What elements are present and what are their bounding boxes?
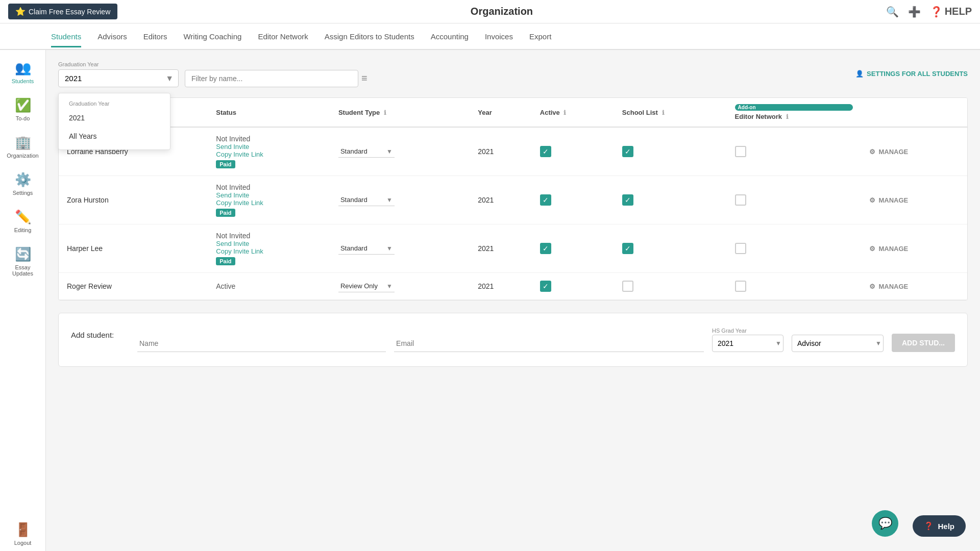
help-button-top[interactable]: ❓ HELP xyxy=(930,6,972,18)
school-list-checkbox[interactable]: ✓ xyxy=(622,194,633,206)
advisor-select[interactable]: Advisor xyxy=(792,335,884,352)
copy-invite-link[interactable]: Copy Invite Link xyxy=(216,247,322,255)
sidebar-item-settings[interactable]: ⚙️ Settings xyxy=(3,167,43,201)
sidebar-item-students[interactable]: 👥 Students xyxy=(3,55,43,89)
active-checkbox[interactable]: ✓ xyxy=(540,243,551,254)
add-student-button[interactable]: ADD STUD... xyxy=(892,334,955,352)
nav-item-students[interactable]: Students xyxy=(51,25,81,47)
add-student-form: Add student: HS Grad Year 2021 ▼ Advisor xyxy=(58,313,968,367)
school-list-checkbox[interactable]: ✓ xyxy=(622,146,633,157)
help-float-button[interactable]: ❓ Help xyxy=(913,515,966,537)
nav-item-advisors[interactable]: Advisors xyxy=(97,25,127,47)
manage-gear-icon: ⚙ xyxy=(869,148,875,156)
student-type-select[interactable]: Standard xyxy=(338,145,395,158)
settings-all-students-button[interactable]: 👤 SETTINGS FOR ALL STUDENTS xyxy=(855,70,968,78)
sidebar-label-students: Students xyxy=(12,78,34,84)
year-cell-3: 2021 xyxy=(470,273,532,300)
add-student-email-input[interactable] xyxy=(394,335,704,352)
filter-name-input[interactable] xyxy=(185,70,358,87)
addon-badge: Add-on xyxy=(735,104,853,111)
top-right-controls: 🔍 ➕ ❓ HELP xyxy=(886,6,972,18)
nav-item-writing-coaching[interactable]: Writing Coaching xyxy=(183,25,241,47)
nav-item-invoices[interactable]: Invoices xyxy=(485,25,513,47)
hs-grad-year-select[interactable]: 2021 xyxy=(712,335,783,352)
editor-network-checkbox[interactable] xyxy=(735,146,746,157)
status-text: Not Invited xyxy=(216,135,322,143)
col-year: Year xyxy=(470,98,532,127)
manage-button[interactable]: ⚙MANAGE xyxy=(869,148,908,156)
active-info-icon: ℹ xyxy=(564,109,566,116)
student-name: Zora Hurston xyxy=(67,196,109,204)
col-school-list: School List ℹ xyxy=(614,98,727,127)
school-list-checkbox[interactable]: ✓ xyxy=(622,243,633,254)
manage-gear-icon: ⚙ xyxy=(869,283,875,290)
student-type-cell-0: Standard▼ xyxy=(330,127,470,176)
student-type-select-wrapper: Standard▼ xyxy=(338,145,395,158)
send-invite-link[interactable]: Send Invite xyxy=(216,240,322,247)
editor-network-checkbox[interactable] xyxy=(735,194,746,206)
editor-network-checkbox[interactable] xyxy=(735,243,746,254)
year-dropdown-overlay: Graduation Year 2021 All Years xyxy=(58,93,170,150)
manage-button[interactable]: ⚙MANAGE xyxy=(869,245,908,253)
active-cell-1: ✓ xyxy=(532,176,614,224)
copy-invite-link[interactable]: Copy Invite Link xyxy=(216,151,322,158)
question-icon: ❓ xyxy=(930,6,943,18)
send-invite-link[interactable]: Send Invite xyxy=(216,191,322,199)
nav-item-editors[interactable]: Editors xyxy=(143,25,167,47)
status-text: Active xyxy=(216,282,322,290)
col-school-list-label: School List xyxy=(622,109,658,116)
nav-item-editor-network[interactable]: Editor Network xyxy=(258,25,308,47)
send-invite-link[interactable]: Send Invite xyxy=(216,143,322,151)
school-list-info-icon: ℹ xyxy=(662,109,665,116)
col-student-type-label: Student Type xyxy=(338,109,380,116)
sidebar-item-organization[interactable]: 🏢 Organization xyxy=(3,130,43,164)
search-icon-button[interactable]: 🔍 xyxy=(886,6,899,18)
manage-label: MANAGE xyxy=(878,148,908,156)
col-active-label: Active xyxy=(540,109,560,116)
year-cell-1: 2021 xyxy=(470,176,532,224)
active-checkbox[interactable]: ✓ xyxy=(540,194,551,206)
student-type-select-wrapper: Standard▼ xyxy=(338,194,395,206)
school-list-checkbox[interactable] xyxy=(622,281,633,292)
year-select-input[interactable] xyxy=(58,69,179,87)
dropdown-option-all-years[interactable]: All Years xyxy=(59,127,170,145)
active-checkbox[interactable]: ✓ xyxy=(540,281,551,292)
essay-updates-icon: 🔄 xyxy=(15,246,31,262)
manage-gear-icon: ⚙ xyxy=(869,196,875,204)
student-type-select[interactable]: Standard xyxy=(338,242,395,255)
star-icon: ⭐ xyxy=(15,7,26,16)
sidebar: 👥 Students ✅ To-do 🏢 Organization ⚙️ Set… xyxy=(0,50,46,551)
status-cell-1: Not InvitedSend InviteCopy Invite LinkPa… xyxy=(208,176,330,224)
chat-float-button[interactable]: 💬 xyxy=(872,510,898,537)
nav-item-export[interactable]: Export xyxy=(529,25,551,47)
nav-item-assign-editors[interactable]: Assign Editors to Students xyxy=(325,25,414,47)
sidebar-item-essay-updates[interactable]: 🔄 Essay Updates xyxy=(3,241,43,282)
nav-item-accounting[interactable]: Accounting xyxy=(431,25,469,47)
copy-invite-link[interactable]: Copy Invite Link xyxy=(216,199,322,207)
logout-icon: 🚪 xyxy=(15,522,31,538)
dropdown-option-2021[interactable]: 2021 xyxy=(59,109,170,127)
claim-free-essay-button[interactable]: ⭐ Claim Free Essay Review xyxy=(8,4,117,19)
student-type-cell-1: Standard▼ xyxy=(330,176,470,224)
sidebar-item-editing[interactable]: ✏️ Editing xyxy=(3,204,43,238)
add-student-name-input[interactable] xyxy=(137,335,386,352)
student-type-select[interactable]: Standard xyxy=(338,194,395,206)
active-checkbox[interactable]: ✓ xyxy=(540,146,551,157)
settings-all-students-label: SETTINGS FOR ALL STUDENTS xyxy=(867,70,968,78)
manage-button[interactable]: ⚙MANAGE xyxy=(869,196,908,204)
manage-label: MANAGE xyxy=(878,245,908,253)
manage-button[interactable]: ⚙MANAGE xyxy=(869,283,908,290)
grad-year-filter: Graduation Year ▼ Graduation Year 2021 A… xyxy=(58,69,179,87)
editor-network-cell-1 xyxy=(727,176,862,224)
student-type-select[interactable]: Review Only xyxy=(338,280,395,292)
sidebar-item-logout[interactable]: 🚪 Logout xyxy=(3,517,43,551)
add-icon-button[interactable]: ➕ xyxy=(908,6,921,18)
year-dropdown-wrapper: ▼ xyxy=(58,69,179,87)
top-bar: ⭐ Claim Free Essay Review Organization 🔍… xyxy=(0,0,980,23)
sidebar-item-todo[interactable]: ✅ To-do xyxy=(3,92,43,127)
claim-label: Claim Free Essay Review xyxy=(29,8,110,16)
filter-options-button[interactable]: ≡ xyxy=(361,72,368,84)
editor-network-checkbox[interactable] xyxy=(735,281,746,292)
col-status: Status xyxy=(208,98,330,127)
students-icon: 👥 xyxy=(15,60,31,76)
